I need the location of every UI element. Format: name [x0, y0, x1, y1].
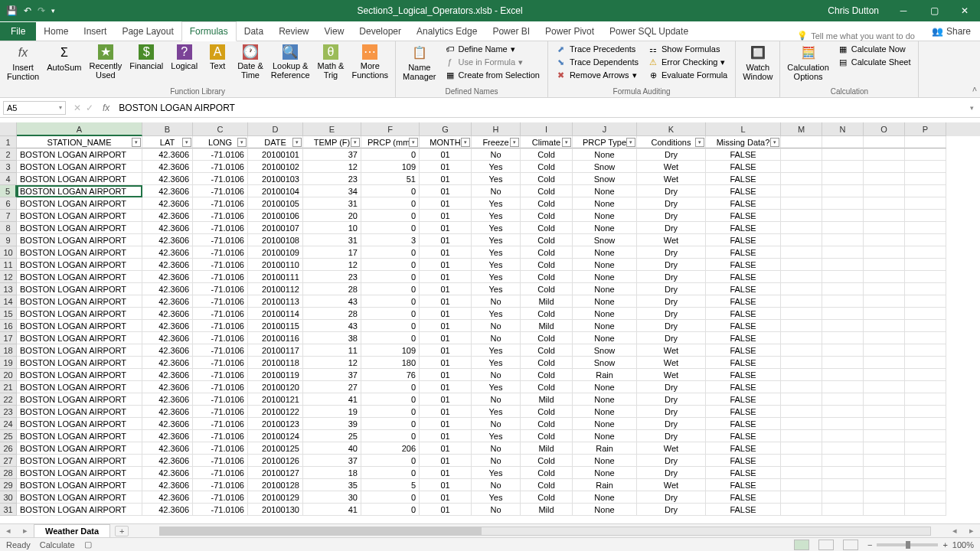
cell[interactable]: 42.3606 — [142, 357, 193, 369]
cell[interactable]: 109 — [361, 161, 420, 173]
cell[interactable]: 42.3606 — [142, 393, 193, 406]
column-header-H[interactable]: H — [472, 122, 521, 136]
cell[interactable]: 37 — [303, 148, 361, 161]
cell[interactable]: FALSE — [706, 197, 781, 210]
cell[interactable]: FALSE — [706, 271, 781, 283]
cell[interactable]: -71.0106 — [193, 148, 248, 161]
cell[interactable]: Dry — [637, 418, 706, 430]
cell[interactable]: Cold — [521, 210, 573, 222]
cell[interactable]: FALSE — [706, 504, 781, 516]
row-header-22[interactable]: 22 — [0, 393, 17, 406]
cell[interactable]: No — [472, 455, 521, 467]
tab-file[interactable]: File — [0, 22, 36, 41]
autosum-button[interactable]: ΣAutoSum — [44, 43, 83, 73]
cell[interactable]: -71.0106 — [193, 259, 248, 271]
cell[interactable]: Rain — [573, 369, 637, 381]
tab-analyticsedge[interactable]: Analytics Edge — [409, 22, 485, 41]
cell[interactable]: None — [573, 467, 637, 479]
save-icon[interactable]: 💾 — [6, 5, 18, 16]
cell[interactable]: 28 — [303, 283, 361, 295]
minimize-button[interactable]: ─ — [888, 0, 919, 21]
cell[interactable]: None — [573, 259, 637, 271]
tab-review[interactable]: Review — [271, 22, 316, 41]
cell[interactable]: FALSE — [706, 185, 781, 197]
cell[interactable]: No — [472, 479, 521, 491]
tab-data[interactable]: Data — [237, 22, 271, 41]
cell[interactable]: 30 — [303, 491, 361, 504]
define-name-button[interactable]: 🏷Define Name ▾ — [442, 43, 543, 55]
cell[interactable]: -71.0106 — [193, 210, 248, 222]
cell[interactable]: 42.3606 — [142, 344, 193, 357]
cell[interactable]: FALSE — [706, 148, 781, 161]
cell[interactable]: 20100123 — [248, 418, 303, 430]
cell[interactable]: 39 — [303, 418, 361, 430]
cell[interactable]: 42.3606 — [142, 430, 193, 442]
cell[interactable]: 01 — [420, 259, 472, 271]
cell[interactable]: Cold — [521, 259, 573, 271]
cell[interactable]: 01 — [420, 283, 472, 295]
cell[interactable]: 0 — [361, 332, 420, 344]
tab-pagelayout[interactable]: Page Layout — [114, 22, 181, 41]
cell[interactable]: 42.3606 — [142, 295, 193, 308]
cell[interactable]: -71.0106 — [193, 320, 248, 332]
cell[interactable]: Wet — [637, 173, 706, 185]
cell[interactable]: 20100130 — [248, 504, 303, 516]
cell[interactable]: 20100105 — [248, 197, 303, 210]
tell-me-input[interactable]: 💡Tell me what you want to do — [789, 31, 923, 41]
row-header-4[interactable]: 4 — [0, 173, 17, 185]
cell[interactable]: FALSE — [706, 259, 781, 271]
cell[interactable]: 11 — [303, 344, 361, 357]
cell[interactable]: Yes — [472, 234, 521, 246]
cell[interactable]: 76 — [361, 369, 420, 381]
cell[interactable]: 01 — [420, 197, 472, 210]
cell[interactable]: 17 — [303, 246, 361, 259]
cell[interactable]: BOSTON LOGAN AIRPORT — [17, 369, 142, 381]
cell[interactable]: 37 — [303, 455, 361, 467]
cell[interactable]: Cold — [521, 246, 573, 259]
column-header-J[interactable]: J — [573, 122, 637, 136]
table-header-cell[interactable]: Freeze▾ — [472, 136, 521, 148]
cell[interactable]: 0 — [361, 455, 420, 467]
cell[interactable]: 20100112 — [248, 283, 303, 295]
cell[interactable]: No — [472, 418, 521, 430]
cell[interactable]: Cold — [521, 491, 573, 504]
cell[interactable]: -71.0106 — [193, 308, 248, 320]
cell[interactable]: 40 — [303, 442, 361, 455]
row-header-2[interactable]: 2 — [0, 148, 17, 161]
cell[interactable]: Snow — [573, 173, 637, 185]
cell[interactable]: Yes — [472, 161, 521, 173]
cell[interactable]: 20100122 — [248, 406, 303, 418]
cell[interactable]: 01 — [420, 406, 472, 418]
cell[interactable]: 51 — [361, 173, 420, 185]
cell[interactable]: Mild — [521, 504, 573, 516]
cell[interactable]: 01 — [420, 308, 472, 320]
cell[interactable]: 20100124 — [248, 430, 303, 442]
cell[interactable]: -71.0106 — [193, 271, 248, 283]
cell[interactable]: 38 — [303, 332, 361, 344]
table-header-cell[interactable]: TEMP (F)▾ — [303, 136, 361, 148]
financial-button[interactable]: $Financial — [127, 43, 165, 72]
table-header-cell[interactable]: DATE▾ — [248, 136, 303, 148]
cell[interactable]: FALSE — [706, 173, 781, 185]
filter-dropdown-icon[interactable]: ▾ — [770, 138, 779, 147]
cell[interactable]: Dry — [637, 308, 706, 320]
calculate-now-button[interactable]: ▦Calculate Now — [835, 43, 914, 55]
cell[interactable]: BOSTON LOGAN AIRPORT — [17, 467, 142, 479]
cell[interactable]: FALSE — [706, 455, 781, 467]
cell[interactable]: BOSTON LOGAN AIRPORT — [17, 222, 142, 234]
cell[interactable]: 42.3606 — [142, 161, 193, 173]
cell[interactable]: Yes — [472, 491, 521, 504]
filter-dropdown-icon[interactable]: ▾ — [351, 138, 360, 147]
cell[interactable]: 01 — [420, 344, 472, 357]
worksheet-grid[interactable]: ABCDEFGHIJKLMNOP 1STATION_NAME▾LAT▾LONG▾… — [0, 122, 980, 523]
cell[interactable]: 01 — [420, 148, 472, 161]
share-button[interactable]: 👥Share — [923, 22, 980, 41]
cell[interactable]: 20100111 — [248, 271, 303, 283]
cell[interactable]: 20100127 — [248, 467, 303, 479]
cell[interactable]: 01 — [420, 381, 472, 393]
trace-dependents-button[interactable]: ⬊Trace Dependents — [553, 56, 642, 68]
cell[interactable]: Yes — [472, 406, 521, 418]
row-header-18[interactable]: 18 — [0, 344, 17, 357]
tab-insert[interactable]: Insert — [76, 22, 114, 41]
cell[interactable]: 01 — [420, 479, 472, 491]
